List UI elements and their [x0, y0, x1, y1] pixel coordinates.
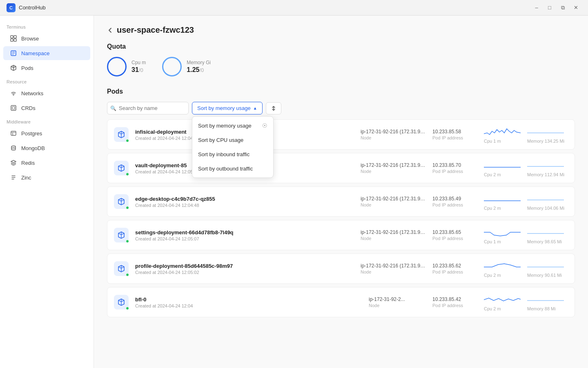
- sort-button[interactable]: Sort by memory usage ▲: [192, 102, 263, 114]
- pod-name: edge-desktop-c4c9b7d7c-qz855: [135, 196, 354, 202]
- search-input[interactable]: [107, 102, 189, 114]
- pod-card[interactable]: edge-desktop-c4c9b7d7c-qz855 Created at …: [107, 186, 575, 217]
- pod-mem-label: Memory 104.06 Mi: [527, 206, 568, 211]
- mem-chart: [527, 260, 564, 272]
- memory-circle: [162, 57, 182, 76]
- pod-card[interactable]: infisical-deployment Created at 2024-04-…: [107, 119, 575, 150]
- memory-label: Memory Gi: [187, 60, 211, 65]
- cpu-denom: /0: [139, 67, 143, 73]
- status-dot: [126, 139, 129, 142]
- pod-created: Created at 2024-04-24 12:05:02: [135, 270, 354, 275]
- pod-node: ip-172-31-92-216 (172.31.92.2... Node: [361, 229, 426, 241]
- pod-card[interactable]: bfl-0 Created at 2024-04-24 12:04 ip-172…: [107, 287, 575, 317]
- pod-memory: Memory 104.06 Mi: [527, 193, 568, 211]
- pod-cpu: Cpu 2 m: [484, 159, 521, 177]
- sort-option-inbound[interactable]: Sort by inbound traffic: [192, 147, 273, 162]
- pod-info: bfl-0 Created at 2024-04-24 12:04: [135, 296, 362, 308]
- status-dot: [126, 240, 129, 243]
- window-controls: – □ ⧉ ✕: [531, 2, 581, 13]
- pod-cpu-label: Cpu 2 m: [484, 306, 521, 311]
- order-toggle-button[interactable]: [266, 102, 281, 114]
- sidebar-item-networks-label: Networks: [21, 90, 43, 96]
- pod-ip-label: Pod IP address: [432, 135, 477, 140]
- pod-node-label: Node: [361, 269, 426, 274]
- pod-node: ip-172-31-92-216 (172.31.92.2... Node: [361, 162, 426, 174]
- sidebar-item-pods[interactable]: Pods: [3, 61, 90, 75]
- mem-chart: [527, 193, 564, 205]
- svg-point-5: [13, 94, 14, 96]
- quota-section: Quota Cpu m 31/0 Memory Gi: [107, 43, 575, 76]
- pod-card[interactable]: settings-deployment-66d4d78fb8-7l49q Cre…: [107, 220, 575, 250]
- svg-rect-1: [14, 36, 16, 38]
- cpu-value: 31/0: [131, 66, 146, 74]
- pod-ip-label: Pod IP address: [432, 269, 477, 274]
- search-icon: 🔍: [110, 105, 116, 111]
- sidebar-item-browse[interactable]: Browse: [3, 31, 90, 45]
- search-wrap: 🔍: [107, 102, 189, 114]
- pod-mem-label: Memory 112.94 Mi: [527, 172, 568, 177]
- sort-option-cpu[interactable]: Sort by CPU usage: [192, 133, 273, 147]
- sidebar-item-redis[interactable]: Redis: [3, 156, 90, 170]
- pod-list: infisical-deployment Created at 2024-04-…: [107, 119, 575, 321]
- cpu-chart: [484, 126, 521, 138]
- cpu-circle: [107, 57, 127, 76]
- mem-chart: [527, 226, 564, 238]
- check-icon: ☉: [262, 122, 267, 129]
- quota-title: Quota: [107, 43, 575, 50]
- sort-option-memory[interactable]: Sort by memory usage ☉: [192, 118, 273, 133]
- pod-icon: [114, 161, 129, 175]
- pod-info: settings-deployment-66d4d78fb8-7l49q Cre…: [135, 229, 354, 241]
- sidebar-item-redis-label: Redis: [21, 160, 35, 166]
- pod-cpu-label: Cpu 2 m: [484, 206, 521, 211]
- sort-option-memory-label: Sort by memory usage: [198, 123, 252, 129]
- pod-icon: [114, 228, 129, 242]
- status-dot: [126, 273, 129, 276]
- mem-chart: [527, 159, 564, 171]
- pod-mem-label: Memory 88 Mi: [527, 306, 568, 311]
- svg-rect-3: [14, 39, 16, 41]
- pod-node-name: ip-172-31-92-216 (172.31.92.2...: [361, 196, 426, 202]
- titlebar: C ControlHub – □ ⧉ ✕: [0, 0, 588, 16]
- pod-node-name: ip-172-31-92-2...: [369, 296, 426, 302]
- memory-denom: /0: [199, 67, 204, 73]
- status-dot: [126, 173, 129, 176]
- external-button[interactable]: ⧉: [557, 2, 568, 13]
- pod-cpu-label: Cpu 2 m: [484, 273, 521, 278]
- pod-node: ip-172-31-92-216 (172.31.92.2... Node: [361, 129, 426, 140]
- pod-ip-value: 10.233.85.42: [432, 296, 477, 302]
- sidebar-item-postgres[interactable]: Postgres: [3, 126, 90, 140]
- sidebar-item-crds[interactable]: CRDs: [3, 101, 90, 115]
- minimize-button[interactable]: –: [531, 2, 542, 13]
- back-button[interactable]: [107, 27, 114, 34]
- cpu-chart: [484, 159, 521, 171]
- pod-ip-label: Pod IP address: [432, 303, 477, 308]
- sort-option-outbound[interactable]: Sort by outbound traffic: [192, 162, 273, 176]
- pod-card[interactable]: profile-deployment-85d644585c-98m97 Crea…: [107, 254, 575, 284]
- pod-name: bfl-0: [135, 296, 362, 303]
- sidebar-item-namespace[interactable]: Namespace: [3, 46, 90, 60]
- maximize-button[interactable]: □: [544, 2, 555, 13]
- pod-ip: 10.233.85.58 Pod IP address: [432, 129, 477, 140]
- pod-ip: 10.233.85.70 Pod IP address: [432, 162, 477, 174]
- pod-memory: Memory 88 Mi: [527, 293, 568, 311]
- pod-card[interactable]: vault-deployment-85 Created at 2024-04-2…: [107, 153, 575, 183]
- cpu-chart: [484, 193, 521, 205]
- pod-mem-label: Memory 90.61 Mi: [527, 273, 568, 278]
- cpu-info: Cpu m 31/0: [131, 60, 146, 74]
- sidebar-item-mongodb[interactable]: MongoDB: [3, 141, 90, 155]
- cpu-number: 31: [131, 66, 139, 73]
- sidebar-item-zinc[interactable]: Zinc: [3, 171, 90, 184]
- app-body: Terminus Browse Namespace Pods Resource …: [0, 16, 588, 368]
- chevron-up-icon: ▲: [253, 106, 257, 110]
- grid-icon: [10, 35, 17, 42]
- sort-option-inbound-label: Sort by inbound traffic: [198, 151, 249, 157]
- pod-name: profile-deployment-85d644585c-98m97: [135, 263, 354, 269]
- cpu-chart: [484, 226, 521, 238]
- sidebar-item-networks[interactable]: Networks: [3, 86, 90, 100]
- pod-info: edge-desktop-c4c9b7d7c-qz855 Created at …: [135, 196, 354, 208]
- pod-node: ip-172-31-92-216 (172.31.92.2... Node: [361, 263, 426, 274]
- pod-ip: 10.233.85.42 Pod IP address: [432, 296, 477, 308]
- pod-cpu: Cpu 2 m: [484, 193, 521, 211]
- pod-ip-value: 10.233.85.62: [432, 263, 477, 269]
- close-button[interactable]: ✕: [570, 2, 581, 13]
